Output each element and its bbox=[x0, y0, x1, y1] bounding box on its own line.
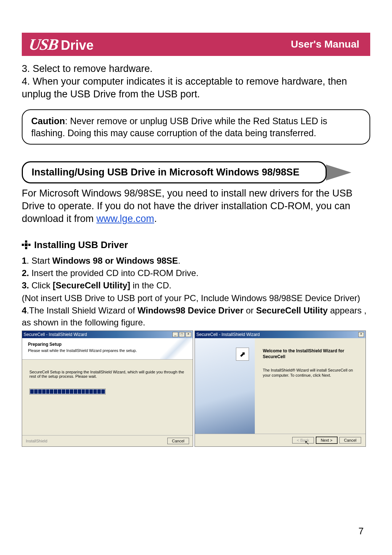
minimize-icon[interactable]: _ bbox=[172, 332, 178, 337]
step-3-note: (Not insert USB Drive to USB port of you… bbox=[22, 292, 370, 304]
dlg2-body: ⬈ Welcome to the InstallShield Wizard fo… bbox=[195, 338, 366, 434]
svg-rect-1 bbox=[22, 244, 24, 246]
svg-rect-4 bbox=[25, 243, 28, 246]
para-part-a: For Microsoft Windows 98/98SE, you need … bbox=[22, 188, 352, 224]
step-3: 3. Select to remove hardware. bbox=[22, 62, 370, 75]
step-4b: 4.The Install Shield Wizard of Windows98… bbox=[22, 305, 370, 328]
header-bar: USB Drive User's Manual bbox=[22, 33, 370, 56]
step-4: 4. When your computer indicates it is ac… bbox=[22, 75, 370, 101]
step-2: 2. Insert the provided CD into CD-ROM Dr… bbox=[22, 267, 370, 279]
users-manual-label: User's Manual bbox=[291, 39, 359, 50]
section-heading: Installing/Using USB Drive in Microsoft … bbox=[22, 161, 327, 183]
svg-rect-2 bbox=[28, 244, 30, 246]
titlebar-2-text: SecureCell - InstallShield Wizard bbox=[196, 332, 260, 337]
svg-rect-0 bbox=[25, 240, 27, 243]
step-1: 1. Start Windows 98 or Windows 98SE. bbox=[22, 255, 370, 267]
sub-heading-row: Installing USB Driver bbox=[22, 239, 370, 251]
para-part-b: . bbox=[154, 213, 157, 224]
section-paragraph: For Microsoft Windows 98/98SE, you need … bbox=[22, 187, 370, 225]
logo-drive: Drive bbox=[61, 38, 94, 53]
dlg1-body: Preparing Setup Please wait while the In… bbox=[22, 338, 193, 446]
wizard-logo-icon: ⬈ bbox=[236, 348, 249, 361]
intro-steps: 3. Select to remove hardware. 4. When yo… bbox=[22, 62, 370, 101]
dlg1-description: SecureCell Setup is preparing the Instal… bbox=[29, 370, 185, 378]
dlg2-description: The InstallShield® Wizard will install S… bbox=[263, 368, 358, 378]
caution-label: Caution bbox=[31, 116, 65, 126]
dlg1-footer: InstallShield Cancel bbox=[22, 435, 193, 446]
logo-usb: USB bbox=[28, 35, 59, 54]
install-steps: 1. Start Windows 98 or Windows 98SE. 2. … bbox=[22, 255, 370, 328]
caution-text: : Never remove or unplug USB Drive while… bbox=[31, 116, 327, 138]
titlebar-1: SecureCell - InstallShield Wizard _ □ × bbox=[22, 331, 193, 338]
install-dialog-welcome: SecureCell - InstallShield Wizard × ⬈ We… bbox=[195, 331, 366, 447]
dlg1-middle: SecureCell Setup is preparing the Instal… bbox=[22, 360, 193, 435]
section-heading-wrap: Installing/Using USB Drive in Microsoft … bbox=[22, 161, 370, 183]
maximize-icon[interactable]: □ bbox=[179, 332, 185, 337]
dlg2-welcome: Welcome to the InstallShield Wizard for … bbox=[263, 348, 358, 360]
download-link[interactable]: www.lge.com bbox=[97, 213, 154, 224]
page-number: 7 bbox=[359, 526, 364, 537]
caution-box: Caution: Never remove or unplug USB Driv… bbox=[22, 109, 370, 145]
titlebar-1-buttons: _ □ × bbox=[172, 332, 191, 337]
product-logo: USB Drive bbox=[29, 35, 94, 54]
back-button: < Back bbox=[292, 437, 314, 443]
dlg1-top: Preparing Setup Please wait while the In… bbox=[22, 338, 193, 360]
screenshots-row: SecureCell - InstallShield Wizard _ □ × … bbox=[22, 331, 370, 447]
progress-bar bbox=[29, 389, 106, 394]
close-icon[interactable]: × bbox=[358, 332, 364, 337]
titlebar-1-text: SecureCell - InstallShield Wizard bbox=[24, 332, 87, 337]
dlg2-sidebar: ⬈ bbox=[195, 338, 255, 434]
close-icon[interactable]: × bbox=[185, 332, 191, 337]
step-3b: 3. Click [SecureCell Utility] in the CD. bbox=[22, 280, 370, 291]
dlg2-footer: < Back Next > Cancel bbox=[195, 434, 366, 446]
sub-heading: Installing USB Driver bbox=[34, 239, 128, 251]
svg-rect-3 bbox=[25, 247, 27, 249]
cancel-button[interactable]: Cancel bbox=[167, 438, 189, 444]
plus-icon bbox=[22, 240, 30, 249]
cancel-button[interactable]: Cancel bbox=[339, 437, 361, 443]
dlg1-swoosh-icon bbox=[160, 338, 193, 359]
installshield-label: InstallShield bbox=[26, 439, 47, 443]
install-dialog-preparing: SecureCell - InstallShield Wizard _ □ × … bbox=[22, 331, 193, 447]
next-button[interactable]: Next > bbox=[316, 437, 337, 443]
section-arrow-icon bbox=[326, 165, 351, 181]
titlebar-2-buttons: × bbox=[358, 332, 364, 337]
dlg2-content: Welcome to the InstallShield Wizard for … bbox=[255, 338, 366, 434]
titlebar-2: SecureCell - InstallShield Wizard × bbox=[195, 331, 366, 338]
